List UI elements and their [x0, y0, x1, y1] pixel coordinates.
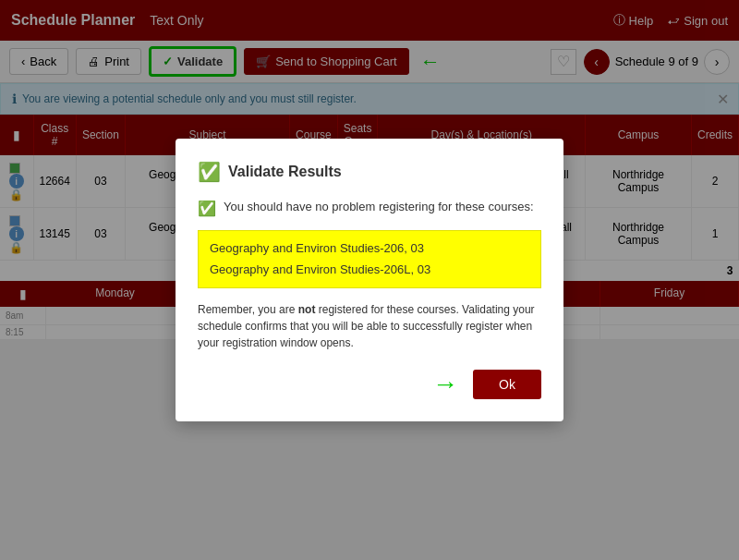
modal-success-message: ✅ You should have no problem registering…	[198, 200, 541, 217]
highlighted-courses: Geography and Environ Studies-206, 03 Ge…	[198, 230, 541, 287]
validate-results-modal: ✅ Validate Results ✅ You should have no …	[176, 139, 563, 420]
success-circle-icon: ✅	[198, 161, 221, 183]
course2-label: Geography and Environ Studies-206L, 03	[210, 260, 529, 280]
arrow-ok-annotation: →	[432, 370, 458, 399]
success-icon: ✅	[198, 200, 216, 217]
ok-button[interactable]: Ok	[473, 370, 541, 399]
modal-overlay: ✅ Validate Results ✅ You should have no …	[0, 0, 739, 560]
modal-note: Remember, you are not registered for the…	[198, 301, 541, 351]
modal-footer: → Ok	[198, 370, 541, 399]
modal-title: ✅ Validate Results	[198, 161, 541, 183]
course1-label: Geography and Environ Studies-206, 03	[210, 238, 529, 259]
